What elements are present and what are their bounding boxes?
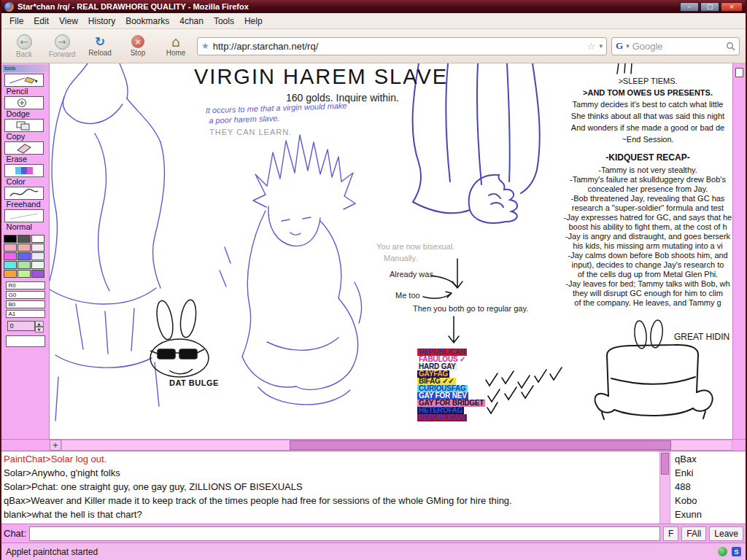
home-button[interactable]: ⌂ Home bbox=[159, 31, 193, 61]
back-button[interactable]: ← Back bbox=[7, 31, 41, 61]
tool-freehand[interactable]: Freehand bbox=[4, 187, 47, 209]
extension-green-icon[interactable] bbox=[718, 547, 727, 556]
palette-swatch[interactable] bbox=[4, 235, 17, 243]
canvas-already-text: Already was. bbox=[390, 270, 436, 279]
palette-swatch[interactable] bbox=[31, 261, 44, 269]
blend-mode-preview bbox=[4, 209, 44, 222]
extension-s-icon[interactable]: S bbox=[732, 547, 741, 556]
freehand-icon bbox=[4, 187, 44, 200]
menu-help[interactable]: Help bbox=[239, 14, 268, 28]
canvas-great-hiding-text: GREAT HIDIN bbox=[674, 332, 729, 342]
google-logo-icon[interactable]: G bbox=[616, 40, 623, 52]
menu-tools[interactable]: Tools bbox=[209, 14, 239, 28]
status-bar: Applet paintchat started S bbox=[1, 542, 746, 560]
menu-4chan[interactable]: 4chan bbox=[174, 14, 209, 28]
user-list-item: Kobo bbox=[670, 494, 746, 508]
menu-edit[interactable]: Edit bbox=[28, 14, 54, 28]
url-dropdown-icon[interactable]: ▾ bbox=[599, 42, 603, 50]
palette-swatch[interactable] bbox=[18, 252, 31, 260]
spinner-up-icon[interactable]: ▲ bbox=[35, 321, 44, 327]
chat-fall-button[interactable]: FAll bbox=[681, 526, 706, 541]
palette-swatch[interactable] bbox=[4, 261, 17, 269]
menu-file[interactable]: File bbox=[4, 14, 28, 28]
canvas-right-strip bbox=[732, 63, 746, 439]
palette-swatch[interactable] bbox=[31, 252, 44, 260]
tools-panel-label: tools bbox=[3, 65, 48, 72]
close-button[interactable]: × bbox=[721, 2, 743, 12]
recap-title: -KIDQUEST RECAP- bbox=[563, 152, 732, 163]
tool-erase[interactable]: Erase bbox=[4, 141, 47, 164]
nav-toolbar: ← Back → Forward ↻ Reload × Stop ⌂ Home … bbox=[1, 29, 746, 63]
palette-swatch[interactable] bbox=[31, 244, 44, 252]
maximize-button[interactable]: □ bbox=[700, 2, 719, 12]
spinner-down-icon[interactable]: ▼ bbox=[35, 327, 44, 332]
menu-bar: File Edit View History Bookmarks 4chan T… bbox=[1, 13, 746, 29]
url-text[interactable]: http://apr.starchan.net/rq/ bbox=[213, 41, 584, 52]
palette-swatch[interactable] bbox=[4, 244, 17, 252]
user-list-item: 488 bbox=[670, 480, 746, 494]
canvas-horizontal-scrollbar: + bbox=[1, 439, 746, 451]
hscroll-thumb[interactable] bbox=[290, 440, 671, 450]
paint-tool-panel: tools Pencil Dodge Copy bbox=[1, 63, 50, 439]
chat-f-button[interactable]: F bbox=[663, 526, 678, 541]
copy-icon bbox=[4, 119, 44, 132]
forward-button[interactable]: → Forward bbox=[45, 31, 79, 61]
paint-canvas[interactable]: VIRGIN HAREM SLAVE 160 golds. Inquire wi… bbox=[50, 63, 732, 439]
chat-input-row: Chat: F FAll Leave bbox=[1, 524, 746, 542]
canvas-dat-bulge-text: DAT BULGE bbox=[169, 378, 219, 387]
canvas-metoo-text: Me too bbox=[395, 291, 420, 300]
tool-pencil[interactable]: Pencil bbox=[4, 74, 47, 96]
chat-area: PaintChat>Solar log out. Solar>Anywho, g… bbox=[1, 451, 746, 524]
tool-color[interactable]: Color bbox=[4, 164, 47, 187]
layer-button-r0[interactable]: R0 bbox=[6, 281, 45, 289]
canvas-title-text: VIRGIN HAREM SLAVE bbox=[194, 65, 448, 89]
chat-leave-button[interactable]: Leave bbox=[709, 526, 743, 541]
palette-swatch[interactable] bbox=[18, 244, 31, 252]
search-bar[interactable]: G ▾ Google bbox=[611, 37, 740, 55]
search-placeholder[interactable]: Google bbox=[632, 41, 723, 52]
tool-copy[interactable]: Copy bbox=[4, 119, 47, 141]
layer-button-b0[interactable]: B0 bbox=[6, 300, 45, 308]
url-bar[interactable]: ★ http://apr.starchan.net/rq/ ☆ ▾ bbox=[197, 37, 607, 55]
user-list: qBax Enki 488 Kobo Exunn bbox=[670, 451, 746, 524]
palette-swatch[interactable] bbox=[18, 235, 31, 243]
chat-message: Solar>Anywho, g'night folks bbox=[4, 466, 657, 480]
reload-button[interactable]: ↻ Reload bbox=[83, 31, 117, 61]
erase-icon bbox=[4, 141, 44, 155]
chat-scrollbar-thumb[interactable] bbox=[661, 453, 669, 475]
dodge-icon bbox=[4, 96, 44, 109]
blend-mode-selector[interactable]: Normal bbox=[4, 209, 47, 232]
chat-input[interactable] bbox=[29, 526, 660, 541]
minimize-button[interactable]: – bbox=[680, 2, 699, 12]
reload-icon: ↻ bbox=[95, 35, 105, 48]
hscroll-track[interactable] bbox=[61, 440, 732, 451]
chart-row: REPUBLICAN bbox=[417, 414, 467, 421]
menu-view[interactable]: View bbox=[54, 14, 83, 28]
palette-swatch[interactable] bbox=[4, 270, 17, 278]
tool-dodge[interactable]: Dodge bbox=[4, 96, 47, 119]
empty-tool-box[interactable] bbox=[6, 335, 45, 347]
page-icon[interactable] bbox=[735, 68, 743, 77]
window-title: Star*chan /rq/ - REAL DRAWHORE QUALITY -… bbox=[18, 2, 676, 11]
stop-button[interactable]: × Stop bbox=[121, 31, 155, 61]
scroll-plus-button[interactable]: + bbox=[50, 440, 61, 451]
status-text: Applet paintchat started bbox=[6, 547, 98, 557]
search-engine-dropdown-icon[interactable]: ▾ bbox=[626, 42, 630, 50]
value-spinner[interactable]: 0 ▲ ▼ bbox=[7, 321, 44, 332]
layer-button-a1[interactable]: A1 bbox=[6, 310, 45, 318]
palette-swatch[interactable] bbox=[18, 261, 31, 269]
chat-message: qBax>Weaver and Killer made it to keep t… bbox=[4, 494, 657, 508]
canvas-manually-text: Manually. bbox=[384, 254, 417, 262]
palette-swatch[interactable] bbox=[31, 270, 44, 278]
menu-history[interactable]: History bbox=[83, 14, 120, 28]
palette-swatch[interactable] bbox=[4, 252, 17, 260]
chat-scrollbar[interactable] bbox=[659, 451, 670, 524]
bookmark-star-icon[interactable]: ☆ bbox=[587, 41, 596, 52]
palette-swatch[interactable] bbox=[18, 270, 31, 278]
search-icon[interactable] bbox=[726, 42, 735, 51]
page-content: tools Pencil Dodge Copy bbox=[1, 63, 746, 439]
pencil-icon bbox=[4, 74, 44, 87]
palette-swatch[interactable] bbox=[31, 235, 44, 243]
layer-button-g0[interactable]: G0 bbox=[6, 291, 45, 299]
menu-bookmarks[interactable]: Bookmarks bbox=[120, 14, 174, 28]
